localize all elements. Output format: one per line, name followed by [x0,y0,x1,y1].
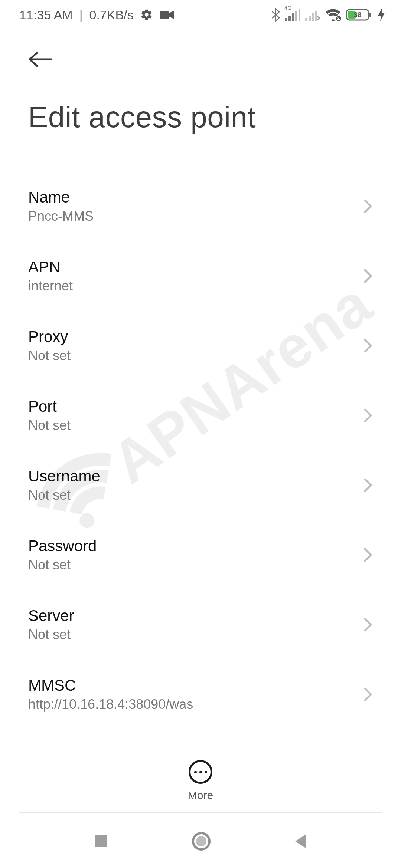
charging-icon [378,9,385,21]
signal-no-sim-icon [305,9,320,21]
svg-rect-7 [309,16,311,21]
row-proxy[interactable]: Proxy Not set [28,311,373,381]
row-name[interactable]: Name Pncc-MMS [28,171,373,241]
row-label: Username [28,467,356,485]
arrow-left-icon [28,51,53,68]
row-server[interactable]: Server Not set [28,590,373,660]
battery-icon: 38 [346,9,373,21]
svg-rect-5 [299,9,300,21]
nav-back-button[interactable] [293,833,308,849]
row-value: Not set [28,627,356,642]
row-value: Not set [28,487,356,503]
svg-rect-13 [369,13,371,17]
bluetooth-icon [271,8,280,22]
nav-home-button[interactable] [192,832,211,851]
chevron-right-icon [363,477,373,493]
row-label: MMSC [28,677,356,694]
row-value: internet [28,278,356,294]
row-username[interactable]: Username Not set [28,450,373,520]
svg-rect-1 [285,18,287,21]
bottom-divider [19,812,382,813]
row-password[interactable]: Password Not set [28,520,373,590]
settings-icon [140,9,153,21]
row-label: Password [28,537,356,555]
row-value: Not set [28,557,356,573]
row-port[interactable]: Port Not set [28,381,373,450]
row-label: Server [28,607,356,625]
svg-rect-8 [312,13,314,21]
svg-rect-9 [315,11,317,21]
row-value: Not set [28,348,356,364]
more-label: More [188,789,213,802]
page-title: Edit access point [28,100,373,134]
row-label: Port [28,398,356,415]
svg-text:38: 38 [353,11,361,19]
back-button[interactable] [28,45,373,74]
nav-recent-button[interactable] [93,833,110,849]
more-button[interactable] [189,760,212,784]
bottom-tab: More [0,747,401,814]
camera-icon [160,10,174,20]
system-nav-bar [0,814,401,868]
row-label: APN [28,258,356,276]
svg-rect-4 [295,11,297,21]
chevron-right-icon [363,617,373,632]
row-apn[interactable]: APN internet [28,241,373,311]
row-value: Pncc-MMS [28,208,356,224]
svg-rect-0 [160,11,169,19]
row-label: Proxy [28,328,356,346]
chevron-right-icon [363,338,373,354]
svg-rect-17 [95,835,107,847]
svg-rect-2 [288,16,291,21]
signal-4g-icon: 4G [285,9,300,21]
row-mmsc[interactable]: MMSC http://10.16.18.4:38090/was [28,660,373,729]
settings-list: Name Pncc-MMS APN internet Proxy Not set… [0,171,401,799]
status-network-speed: 0.7KB/s [89,8,134,22]
chevron-right-icon [363,687,373,702]
wifi-icon [325,9,341,21]
status-time: 11:35 AM [19,8,73,22]
chevron-right-icon [363,408,373,423]
row-value: Not set [28,418,356,433]
row-label: Name [28,188,356,206]
chevron-right-icon [363,547,373,563]
row-value: http://10.16.18.4:38090/was [28,697,356,712]
status-bar: 11:35 AM | 0.7KB/s 4G [0,0,401,30]
chevron-right-icon [363,268,373,284]
svg-point-19 [196,836,206,846]
svg-rect-6 [305,18,307,21]
svg-rect-3 [292,13,294,21]
more-dots-icon [194,771,197,773]
chevron-right-icon [363,198,373,214]
status-separator: | [79,8,83,22]
